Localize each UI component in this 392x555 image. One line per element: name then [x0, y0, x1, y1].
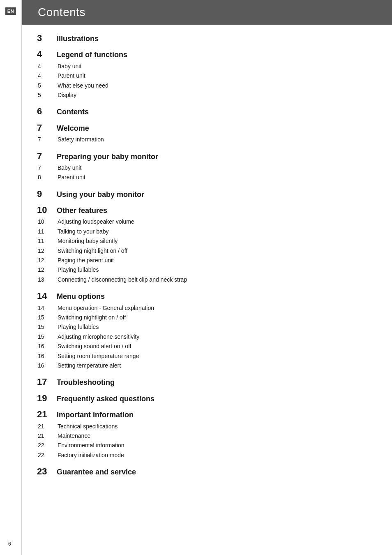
toc-item-text: Switching sound alert on / off [58, 342, 131, 351]
toc-item-row: 22Environmental information [37, 441, 376, 450]
toc-item-row: 4Parent unit [37, 71, 376, 80]
toc-item-row: 10Adjusting loudspeaker volume [37, 217, 376, 226]
toc-section-title: Guarantee and service [57, 467, 136, 477]
toc-item-number: 15 [38, 313, 58, 322]
toc-section-number: 17 [37, 377, 57, 387]
toc-heading-row: 6Contents [37, 106, 376, 117]
toc-item-row: 14Menu operation - General explanation [37, 303, 376, 312]
toc-section: 4Legend of functions4Baby unit4Parent un… [37, 49, 376, 99]
toc-item-row: 7Safety information [37, 135, 376, 144]
toc-item-number: 14 [38, 303, 58, 312]
toc-section: 6Contents [37, 106, 376, 117]
toc-item-row: 11Monitoring baby silently [37, 236, 376, 245]
toc-heading-row: 3Illustrations [37, 33, 376, 44]
toc-item-number: 15 [38, 322, 58, 331]
toc-item-row: 8Parent unit [37, 173, 376, 182]
toc-item-text: Monitoring baby silently [58, 236, 118, 245]
toc-section-number: 9 [37, 189, 57, 199]
toc-heading-row: 7Welcome [37, 123, 376, 133]
toc-section: 3Illustrations [37, 33, 376, 44]
toc-section-number: 7 [37, 123, 57, 133]
page-number: 6 [8, 541, 11, 547]
toc-item-number: 15 [38, 332, 58, 341]
toc-item-number: 11 [38, 227, 58, 236]
toc-item-number: 16 [38, 342, 58, 351]
toc-item-row: 7Baby unit [37, 163, 376, 172]
toc-item-row: 15Switching nightlight on / off [37, 313, 376, 322]
toc-item-text: What else you need [58, 81, 108, 90]
toc-item-text: Factory initialization mode [58, 451, 124, 460]
toc-section-title: Legend of functions [57, 50, 127, 60]
toc-item-text: Switching nightlight on / off [58, 313, 126, 322]
toc-item-text: Baby unit [58, 62, 81, 71]
toc-heading-row: 23Guarantee and service [37, 466, 376, 477]
toc-section-number: 3 [37, 33, 57, 44]
toc-section: 10Other features10Adjusting loudspeaker … [37, 205, 376, 284]
toc-section-number: 14 [37, 291, 57, 301]
toc-item-number: 11 [38, 236, 58, 245]
toc-item-text: Display [58, 90, 76, 99]
toc-section-title: Welcome [57, 124, 89, 133]
toc-heading-row: 17Troubleshooting [37, 377, 376, 387]
toc-item-text: Menu operation - General explanation [58, 303, 154, 312]
toc-item-text: Playing lullabies [58, 322, 99, 331]
toc-section-number: 7 [37, 151, 57, 162]
toc-section: 7Welcome7Safety information [37, 123, 376, 144]
sidebar-border [21, 0, 22, 555]
toc-item-text: Adjusting microphone sensitivity [58, 332, 139, 341]
toc-heading-row: 10Other features [37, 205, 376, 215]
toc-section-number: 19 [37, 393, 57, 404]
toc-heading-row: 19Frequently asked questions [37, 393, 376, 404]
toc-item-text: Adjusting loudspeaker volume [58, 217, 134, 226]
toc-item-text: Parent unit [58, 71, 85, 80]
toc-item-row: 16Setting temperature alert [37, 361, 376, 370]
toc-item-row: 12Switching night light on / off [37, 246, 376, 255]
toc-section-number: 4 [37, 49, 57, 60]
toc-item-number: 22 [38, 451, 58, 460]
toc-item-number: 13 [38, 275, 58, 284]
toc-item-row: 12Paging the parent unit [37, 256, 376, 265]
toc-item-number: 12 [38, 256, 58, 265]
toc-section-number: 23 [37, 466, 57, 477]
toc-heading-row: 4Legend of functions [37, 49, 376, 60]
toc-item-number: 21 [38, 422, 58, 431]
page-title: Contents [38, 6, 384, 19]
toc-section-title: Illustrations [57, 34, 99, 44]
toc-item-row: 11Talking to your baby [37, 227, 376, 236]
sidebar: EN [0, 0, 21, 555]
toc-item-text: Talking to your baby [58, 227, 109, 236]
toc-section: 23Guarantee and service [37, 466, 376, 477]
toc-item-number: 16 [38, 361, 58, 370]
toc-section-number: 10 [37, 205, 57, 215]
toc-item-row: 5Display [37, 90, 376, 99]
toc-item-text: Setting temperature alert [58, 361, 121, 370]
toc-item-number: 4 [38, 71, 58, 80]
toc-item-row: 15Adjusting microphone sensitivity [37, 332, 376, 341]
toc-item-text: Parent unit [58, 173, 85, 182]
toc-item-number: 12 [38, 246, 58, 255]
toc-heading-row: 7Preparing your baby monitor [37, 151, 376, 162]
toc-section-title: Other features [57, 206, 107, 215]
toc-item-number: 4 [38, 62, 58, 71]
toc-item-number: 22 [38, 441, 58, 450]
toc-item-row: 21Technical specifications [37, 422, 376, 431]
page-container: Contents EN 3Illustrations4Legend of fun… [0, 0, 392, 555]
toc-section: 9Using your baby monitor [37, 189, 376, 199]
toc-item-number: 8 [38, 173, 58, 182]
toc-item-number: 7 [38, 135, 58, 144]
toc-item-text: Environmental information [58, 441, 125, 450]
toc-section-title: Contents [57, 107, 89, 117]
toc-section: 17Troubleshooting [37, 377, 376, 387]
toc-section-title: Frequently asked questions [57, 394, 154, 404]
toc-item-text: Safety information [58, 135, 104, 144]
toc-item-row: 21Maintenance [37, 431, 376, 440]
toc-item-text: Setting room temperature range [58, 352, 139, 361]
toc-item-text: Technical specifications [58, 422, 118, 431]
toc-section-number: 21 [37, 409, 57, 420]
toc-item-row: 13Connecting / disconnecting belt clip a… [37, 275, 376, 284]
toc-item-row: 16Switching sound alert on / off [37, 342, 376, 351]
toc-section: 19Frequently asked questions [37, 393, 376, 404]
toc-section-title: Troubleshooting [57, 378, 115, 387]
toc-item-text: Baby unit [58, 163, 81, 172]
toc-item-row: 12Playing lullabies [37, 265, 376, 274]
